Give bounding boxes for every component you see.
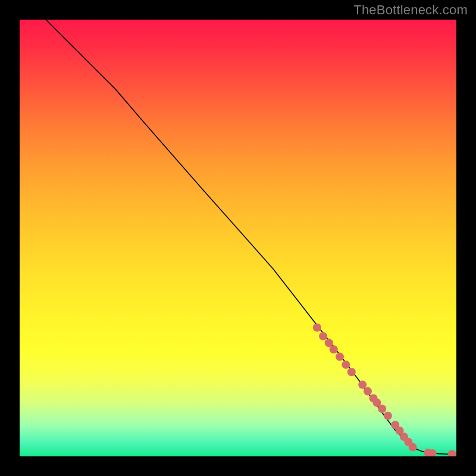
data-point: [358, 381, 367, 389]
curve-path: [46, 20, 456, 454]
data-point: [347, 368, 356, 376]
data-point: [330, 345, 338, 353]
data-point: [313, 324, 321, 332]
watermark-label: TheBottleneck.com: [353, 2, 468, 18]
data-point: [448, 450, 456, 456]
data-point: [336, 353, 344, 361]
data-point: [319, 332, 327, 340]
data-point: [384, 412, 392, 420]
chart-overlay: [20, 20, 456, 456]
data-point: [409, 443, 417, 452]
data-point: [364, 387, 372, 396]
points-group: [313, 324, 456, 457]
data-point: [342, 361, 350, 369]
outer-frame: TheBottleneck.com: [0, 0, 476, 476]
data-point: [378, 405, 386, 413]
